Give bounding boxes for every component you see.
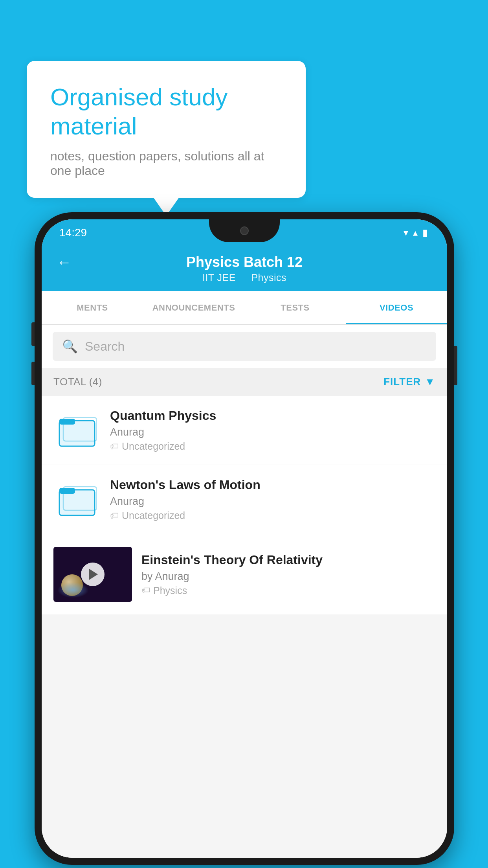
back-button[interactable]: ← bbox=[57, 254, 72, 271]
list-item[interactable]: Einstein's Theory Of Relativity by Anura… bbox=[42, 534, 447, 614]
front-camera bbox=[240, 226, 249, 235]
svg-rect-1 bbox=[59, 419, 75, 425]
tag-label: Physics bbox=[153, 585, 187, 596]
tag-label: Uncategorized bbox=[122, 510, 185, 521]
status-time: 14:29 bbox=[59, 226, 87, 239]
search-input-wrap[interactable]: 🔍 Search bbox=[53, 332, 436, 361]
phone-outer: 14:29 ▾ ▴ ▮ ← Physics Batch 12 IIT JEE bbox=[35, 212, 454, 865]
search-placeholder: Search bbox=[85, 339, 125, 354]
tag-label: Uncategorized bbox=[122, 441, 185, 452]
video-list: Quantum Physics Anurag 🏷 Uncategorized bbox=[42, 396, 447, 614]
search-bar: 🔍 Search bbox=[42, 325, 447, 368]
video-author: Anurag bbox=[110, 426, 435, 438]
battery-icon: ▮ bbox=[422, 227, 427, 238]
phone-notch bbox=[209, 219, 280, 242]
header-title: Physics Batch 12 bbox=[186, 254, 303, 270]
video-title: Einstein's Theory Of Relativity bbox=[141, 553, 435, 567]
filter-button[interactable]: FILTER ▼ bbox=[383, 376, 435, 388]
filter-label: FILTER bbox=[383, 376, 421, 388]
thumbnail-glow bbox=[57, 582, 89, 598]
content-area: 🔍 Search TOTAL (4) FILTER ▼ bbox=[42, 325, 447, 858]
tag-icon: 🏷 bbox=[110, 441, 119, 452]
folder-icon bbox=[57, 413, 97, 448]
folder-icon bbox=[57, 482, 97, 517]
volume-down-button bbox=[31, 362, 35, 385]
tab-tests[interactable]: TESTS bbox=[244, 291, 346, 324]
folder-thumb-2 bbox=[53, 480, 101, 519]
list-item[interactable]: Quantum Physics Anurag 🏷 Uncategorized bbox=[42, 396, 447, 465]
tab-videos[interactable]: VIDEOS bbox=[346, 291, 447, 324]
speech-bubble: Organised study material notes, question… bbox=[27, 61, 306, 198]
list-item[interactable]: Newton's Laws of Motion Anurag 🏷 Uncateg… bbox=[42, 465, 447, 534]
video-info-1: Quantum Physics Anurag 🏷 Uncategorized bbox=[110, 408, 435, 452]
video-author: Anurag bbox=[110, 495, 435, 508]
tab-announcements[interactable]: ANNOUNCEMENTS bbox=[143, 291, 244, 324]
video-title: Newton's Laws of Motion bbox=[110, 478, 435, 492]
svg-rect-4 bbox=[59, 488, 75, 494]
video-tag: 🏷 Uncategorized bbox=[110, 510, 435, 521]
video-tag: 🏷 Physics bbox=[141, 585, 435, 596]
header-tag1: IIT JEE bbox=[202, 272, 236, 283]
volume-up-button bbox=[31, 322, 35, 346]
app-header: ← Physics Batch 12 IIT JEE Physics bbox=[42, 246, 447, 291]
filter-bar: TOTAL (4) FILTER ▼ bbox=[42, 368, 447, 396]
filter-icon: ▼ bbox=[425, 376, 435, 388]
phone-mockup: 14:29 ▾ ▴ ▮ ← Physics Batch 12 IIT JEE bbox=[35, 212, 454, 865]
play-triangle-icon bbox=[89, 569, 98, 580]
signal-icon: ▴ bbox=[413, 227, 418, 238]
video-author: by Anurag bbox=[141, 570, 435, 583]
video-title: Quantum Physics bbox=[110, 408, 435, 423]
folder-thumb-1 bbox=[53, 411, 101, 450]
search-icon: 🔍 bbox=[62, 339, 78, 354]
tag-icon: 🏷 bbox=[141, 585, 150, 596]
header-subtitle: IIT JEE Physics bbox=[199, 272, 290, 283]
play-button[interactable] bbox=[81, 563, 105, 586]
video-info-3: Einstein's Theory Of Relativity by Anura… bbox=[141, 553, 435, 596]
bubble-subtitle: notes, question papers, solutions all at… bbox=[50, 149, 282, 178]
bubble-title: Organised study material bbox=[50, 83, 282, 141]
total-count: TOTAL (4) bbox=[53, 376, 102, 388]
video-thumbnail bbox=[53, 547, 132, 602]
video-tag: 🏷 Uncategorized bbox=[110, 441, 435, 452]
wifi-icon: ▾ bbox=[404, 227, 408, 238]
status-icons: ▾ ▴ ▮ bbox=[404, 227, 427, 238]
power-button bbox=[454, 346, 457, 385]
tag-icon: 🏷 bbox=[110, 511, 119, 521]
tab-ments[interactable]: MENTS bbox=[42, 291, 143, 324]
header-row: ← Physics Batch 12 bbox=[42, 254, 447, 270]
video-info-2: Newton's Laws of Motion Anurag 🏷 Uncateg… bbox=[110, 478, 435, 521]
tab-bar: MENTS ANNOUNCEMENTS TESTS VIDEOS bbox=[42, 291, 447, 325]
header-tag2: Physics bbox=[251, 272, 286, 283]
phone-screen: 14:29 ▾ ▴ ▮ ← Physics Batch 12 IIT JEE bbox=[42, 219, 447, 858]
